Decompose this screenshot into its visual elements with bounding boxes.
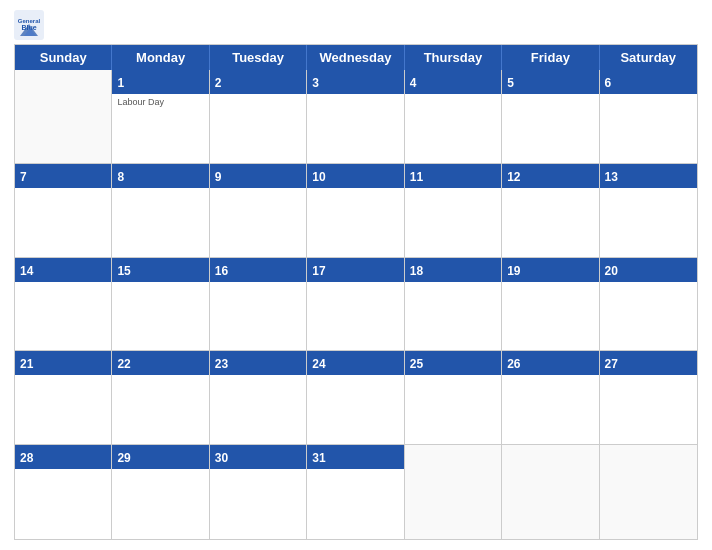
day-number: 16 <box>215 264 228 278</box>
day-number: 18 <box>410 264 423 278</box>
calendar-cell: 16 <box>210 258 307 352</box>
calendar-row: 14151617181920 <box>15 258 697 352</box>
calendar-cell: 11 <box>405 164 502 258</box>
calendar-cell: 29 <box>112 445 209 539</box>
calendar-cell: 23 <box>210 351 307 445</box>
calendar-cell: 1Labour Day <box>112 70 209 164</box>
calendar-grid: SundayMondayTuesdayWednesdayThursdayFrid… <box>14 44 698 540</box>
calendar-cell: 30 <box>210 445 307 539</box>
day-number: 10 <box>312 170 325 184</box>
header-cell-tuesday: Tuesday <box>210 45 307 70</box>
day-number: 11 <box>410 170 423 184</box>
event-label: Labour Day <box>117 97 203 107</box>
day-number: 13 <box>605 170 618 184</box>
calendar-page: General Blue SundayMondayTuesdayWednesda… <box>0 0 712 550</box>
calendar-header: SundayMondayTuesdayWednesdayThursdayFrid… <box>15 45 697 70</box>
calendar-row: 21222324252627 <box>15 351 697 445</box>
day-number: 31 <box>312 451 325 465</box>
day-number: 22 <box>117 357 130 371</box>
day-number: 4 <box>410 76 417 90</box>
calendar-cell: 3 <box>307 70 404 164</box>
calendar-cell: 13 <box>600 164 697 258</box>
calendar-cell: 4 <box>405 70 502 164</box>
day-number: 28 <box>20 451 33 465</box>
day-number: 6 <box>605 76 612 90</box>
calendar-cell: 21 <box>15 351 112 445</box>
calendar-cell <box>502 445 599 539</box>
calendar-cell: 7 <box>15 164 112 258</box>
calendar-cell: 9 <box>210 164 307 258</box>
calendar-body: 1Labour Day23456789101112131415161718192… <box>15 70 697 539</box>
calendar-cell: 19 <box>502 258 599 352</box>
day-number: 27 <box>605 357 618 371</box>
calendar-cell: 31 <box>307 445 404 539</box>
calendar-cell: 8 <box>112 164 209 258</box>
logo-icon: General Blue <box>14 10 44 40</box>
calendar-cell: 12 <box>502 164 599 258</box>
calendar-cell: 27 <box>600 351 697 445</box>
day-number: 26 <box>507 357 520 371</box>
day-number: 23 <box>215 357 228 371</box>
day-number: 25 <box>410 357 423 371</box>
day-number: 14 <box>20 264 33 278</box>
calendar-cell: 5 <box>502 70 599 164</box>
day-number: 15 <box>117 264 130 278</box>
header-cell-friday: Friday <box>502 45 599 70</box>
calendar-cell <box>405 445 502 539</box>
day-number: 2 <box>215 76 222 90</box>
day-number: 19 <box>507 264 520 278</box>
header-cell-wednesday: Wednesday <box>307 45 404 70</box>
calendar-cell: 18 <box>405 258 502 352</box>
calendar-cell: 24 <box>307 351 404 445</box>
day-number: 17 <box>312 264 325 278</box>
day-number: 8 <box>117 170 124 184</box>
calendar-cell: 6 <box>600 70 697 164</box>
top-bar: General Blue <box>14 10 698 40</box>
day-number: 29 <box>117 451 130 465</box>
calendar-cell <box>15 70 112 164</box>
logo-area: General Blue <box>14 10 44 40</box>
calendar-cell: 25 <box>405 351 502 445</box>
calendar-cell: 20 <box>600 258 697 352</box>
calendar-cell: 10 <box>307 164 404 258</box>
day-number: 20 <box>605 264 618 278</box>
header-cell-monday: Monday <box>112 45 209 70</box>
calendar-cell: 15 <box>112 258 209 352</box>
day-number: 7 <box>20 170 27 184</box>
header-cell-thursday: Thursday <box>405 45 502 70</box>
calendar-cell: 22 <box>112 351 209 445</box>
header-cell-saturday: Saturday <box>600 45 697 70</box>
day-number: 12 <box>507 170 520 184</box>
calendar-cell: 2 <box>210 70 307 164</box>
calendar-cell: 17 <box>307 258 404 352</box>
calendar-row: 28293031 <box>15 445 697 539</box>
calendar-cell <box>600 445 697 539</box>
day-number: 9 <box>215 170 222 184</box>
calendar-row: 1Labour Day23456 <box>15 70 697 164</box>
calendar-row: 78910111213 <box>15 164 697 258</box>
day-number: 5 <box>507 76 514 90</box>
day-number: 1 <box>117 76 124 90</box>
day-number: 30 <box>215 451 228 465</box>
header-cell-sunday: Sunday <box>15 45 112 70</box>
day-number: 24 <box>312 357 325 371</box>
day-number: 3 <box>312 76 319 90</box>
calendar-cell: 14 <box>15 258 112 352</box>
calendar-cell: 28 <box>15 445 112 539</box>
day-number: 21 <box>20 357 33 371</box>
calendar-cell: 26 <box>502 351 599 445</box>
